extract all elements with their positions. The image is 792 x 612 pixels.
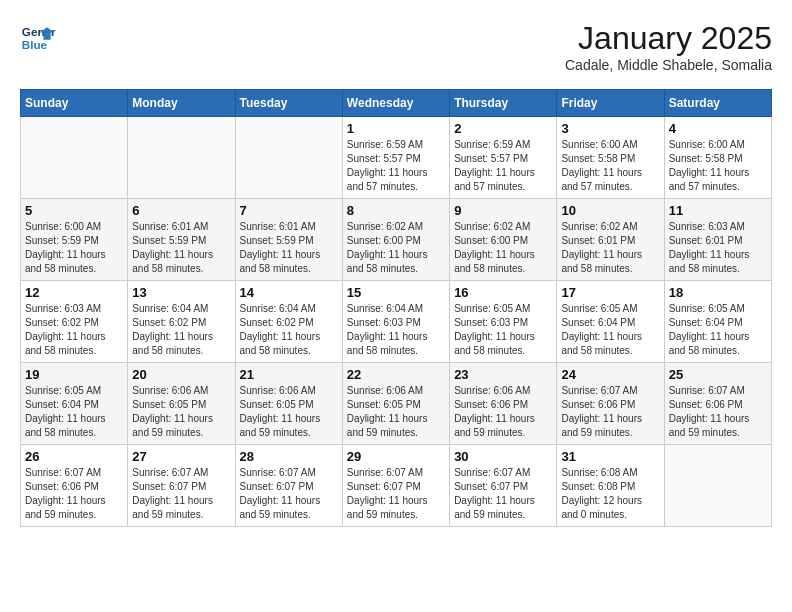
calendar-cell	[128, 117, 235, 199]
day-info: Sunrise: 6:03 AMSunset: 6:02 PMDaylight:…	[25, 302, 123, 358]
calendar-cell	[664, 445, 771, 527]
day-number: 27	[132, 449, 230, 464]
day-info: Sunrise: 6:04 AMSunset: 6:02 PMDaylight:…	[240, 302, 338, 358]
day-number: 14	[240, 285, 338, 300]
weekday-header-monday: Monday	[128, 90, 235, 117]
calendar-cell: 25Sunrise: 6:07 AMSunset: 6:06 PMDayligh…	[664, 363, 771, 445]
weekday-header-saturday: Saturday	[664, 90, 771, 117]
calendar-cell: 16Sunrise: 6:05 AMSunset: 6:03 PMDayligh…	[450, 281, 557, 363]
weekday-header-wednesday: Wednesday	[342, 90, 449, 117]
day-info: Sunrise: 6:00 AMSunset: 5:58 PMDaylight:…	[561, 138, 659, 194]
day-number: 11	[669, 203, 767, 218]
calendar-cell: 20Sunrise: 6:06 AMSunset: 6:05 PMDayligh…	[128, 363, 235, 445]
day-info: Sunrise: 6:04 AMSunset: 6:03 PMDaylight:…	[347, 302, 445, 358]
day-number: 15	[347, 285, 445, 300]
day-number: 3	[561, 121, 659, 136]
day-info: Sunrise: 6:06 AMSunset: 6:05 PMDaylight:…	[132, 384, 230, 440]
calendar-cell: 3Sunrise: 6:00 AMSunset: 5:58 PMDaylight…	[557, 117, 664, 199]
day-info: Sunrise: 6:06 AMSunset: 6:05 PMDaylight:…	[347, 384, 445, 440]
day-number: 1	[347, 121, 445, 136]
day-info: Sunrise: 6:59 AMSunset: 5:57 PMDaylight:…	[454, 138, 552, 194]
day-number: 23	[454, 367, 552, 382]
day-number: 31	[561, 449, 659, 464]
calendar-cell: 24Sunrise: 6:07 AMSunset: 6:06 PMDayligh…	[557, 363, 664, 445]
calendar-week-row: 1Sunrise: 6:59 AMSunset: 5:57 PMDaylight…	[21, 117, 772, 199]
calendar-cell: 27Sunrise: 6:07 AMSunset: 6:07 PMDayligh…	[128, 445, 235, 527]
calendar-cell: 26Sunrise: 6:07 AMSunset: 6:06 PMDayligh…	[21, 445, 128, 527]
day-number: 12	[25, 285, 123, 300]
calendar-cell: 14Sunrise: 6:04 AMSunset: 6:02 PMDayligh…	[235, 281, 342, 363]
calendar-cell: 31Sunrise: 6:08 AMSunset: 6:08 PMDayligh…	[557, 445, 664, 527]
calendar-cell: 7Sunrise: 6:01 AMSunset: 5:59 PMDaylight…	[235, 199, 342, 281]
day-number: 24	[561, 367, 659, 382]
weekday-header-sunday: Sunday	[21, 90, 128, 117]
day-info: Sunrise: 6:08 AMSunset: 6:08 PMDaylight:…	[561, 466, 659, 522]
day-info: Sunrise: 6:06 AMSunset: 6:06 PMDaylight:…	[454, 384, 552, 440]
day-number: 28	[240, 449, 338, 464]
weekday-header-row: SundayMondayTuesdayWednesdayThursdayFrid…	[21, 90, 772, 117]
calendar-cell: 21Sunrise: 6:06 AMSunset: 6:05 PMDayligh…	[235, 363, 342, 445]
calendar-cell: 11Sunrise: 6:03 AMSunset: 6:01 PMDayligh…	[664, 199, 771, 281]
day-number: 10	[561, 203, 659, 218]
day-info: Sunrise: 6:00 AMSunset: 5:59 PMDaylight:…	[25, 220, 123, 276]
day-number: 8	[347, 203, 445, 218]
day-info: Sunrise: 6:07 AMSunset: 6:06 PMDaylight:…	[561, 384, 659, 440]
day-number: 7	[240, 203, 338, 218]
calendar-cell: 6Sunrise: 6:01 AMSunset: 5:59 PMDaylight…	[128, 199, 235, 281]
weekday-header-friday: Friday	[557, 90, 664, 117]
day-number: 22	[347, 367, 445, 382]
calendar-week-row: 12Sunrise: 6:03 AMSunset: 6:02 PMDayligh…	[21, 281, 772, 363]
calendar-cell: 5Sunrise: 6:00 AMSunset: 5:59 PMDaylight…	[21, 199, 128, 281]
day-info: Sunrise: 6:02 AMSunset: 6:01 PMDaylight:…	[561, 220, 659, 276]
day-number: 6	[132, 203, 230, 218]
logo: General Blue	[20, 20, 56, 56]
calendar-cell: 1Sunrise: 6:59 AMSunset: 5:57 PMDaylight…	[342, 117, 449, 199]
day-info: Sunrise: 6:06 AMSunset: 6:05 PMDaylight:…	[240, 384, 338, 440]
calendar-cell: 12Sunrise: 6:03 AMSunset: 6:02 PMDayligh…	[21, 281, 128, 363]
calendar-cell: 10Sunrise: 6:02 AMSunset: 6:01 PMDayligh…	[557, 199, 664, 281]
calendar-cell: 28Sunrise: 6:07 AMSunset: 6:07 PMDayligh…	[235, 445, 342, 527]
day-number: 2	[454, 121, 552, 136]
day-number: 18	[669, 285, 767, 300]
title-block: January 2025 Cadale, Middle Shabele, Som…	[565, 20, 772, 73]
calendar-cell: 9Sunrise: 6:02 AMSunset: 6:00 PMDaylight…	[450, 199, 557, 281]
day-number: 26	[25, 449, 123, 464]
day-info: Sunrise: 6:02 AMSunset: 6:00 PMDaylight:…	[454, 220, 552, 276]
day-info: Sunrise: 6:59 AMSunset: 5:57 PMDaylight:…	[347, 138, 445, 194]
day-info: Sunrise: 6:04 AMSunset: 6:02 PMDaylight:…	[132, 302, 230, 358]
day-info: Sunrise: 6:05 AMSunset: 6:04 PMDaylight:…	[561, 302, 659, 358]
calendar-cell: 17Sunrise: 6:05 AMSunset: 6:04 PMDayligh…	[557, 281, 664, 363]
page-header: General Blue January 2025 Cadale, Middle…	[20, 20, 772, 73]
weekday-header-tuesday: Tuesday	[235, 90, 342, 117]
day-number: 17	[561, 285, 659, 300]
calendar-cell: 23Sunrise: 6:06 AMSunset: 6:06 PMDayligh…	[450, 363, 557, 445]
day-info: Sunrise: 6:07 AMSunset: 6:07 PMDaylight:…	[454, 466, 552, 522]
calendar-cell: 2Sunrise: 6:59 AMSunset: 5:57 PMDaylight…	[450, 117, 557, 199]
calendar-cell: 29Sunrise: 6:07 AMSunset: 6:07 PMDayligh…	[342, 445, 449, 527]
calendar-cell	[21, 117, 128, 199]
day-number: 30	[454, 449, 552, 464]
day-info: Sunrise: 6:00 AMSunset: 5:58 PMDaylight:…	[669, 138, 767, 194]
month-title: January 2025	[565, 20, 772, 57]
calendar-week-row: 5Sunrise: 6:00 AMSunset: 5:59 PMDaylight…	[21, 199, 772, 281]
day-info: Sunrise: 6:01 AMSunset: 5:59 PMDaylight:…	[240, 220, 338, 276]
calendar-week-row: 26Sunrise: 6:07 AMSunset: 6:06 PMDayligh…	[21, 445, 772, 527]
calendar-cell: 30Sunrise: 6:07 AMSunset: 6:07 PMDayligh…	[450, 445, 557, 527]
day-number: 13	[132, 285, 230, 300]
logo-icon: General Blue	[20, 20, 56, 56]
day-number: 21	[240, 367, 338, 382]
calendar-table: SundayMondayTuesdayWednesdayThursdayFrid…	[20, 89, 772, 527]
day-number: 20	[132, 367, 230, 382]
day-number: 25	[669, 367, 767, 382]
day-number: 4	[669, 121, 767, 136]
day-info: Sunrise: 6:01 AMSunset: 5:59 PMDaylight:…	[132, 220, 230, 276]
day-info: Sunrise: 6:07 AMSunset: 6:07 PMDaylight:…	[347, 466, 445, 522]
location-subtitle: Cadale, Middle Shabele, Somalia	[565, 57, 772, 73]
calendar-cell: 22Sunrise: 6:06 AMSunset: 6:05 PMDayligh…	[342, 363, 449, 445]
calendar-cell: 15Sunrise: 6:04 AMSunset: 6:03 PMDayligh…	[342, 281, 449, 363]
day-info: Sunrise: 6:05 AMSunset: 6:03 PMDaylight:…	[454, 302, 552, 358]
calendar-cell: 4Sunrise: 6:00 AMSunset: 5:58 PMDaylight…	[664, 117, 771, 199]
calendar-week-row: 19Sunrise: 6:05 AMSunset: 6:04 PMDayligh…	[21, 363, 772, 445]
day-info: Sunrise: 6:05 AMSunset: 6:04 PMDaylight:…	[669, 302, 767, 358]
day-info: Sunrise: 6:03 AMSunset: 6:01 PMDaylight:…	[669, 220, 767, 276]
